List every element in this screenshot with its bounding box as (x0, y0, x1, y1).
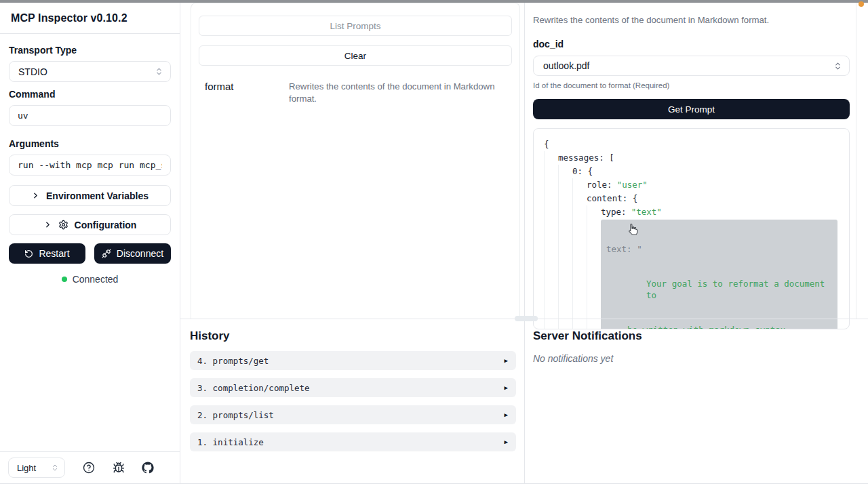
history-item-label: 4. prompts/get (197, 356, 269, 366)
prompt-name: format (205, 81, 289, 92)
command-label: Command (9, 89, 171, 100)
json-line: text: " Your goal is to reformat a docum… (544, 219, 838, 329)
app-title: MCP Inspector v0.10.2 (11, 12, 127, 24)
sidebar: MCP Inspector v0.10.2 Transport Type STD… (0, 3, 180, 483)
connection-status: Connected (9, 274, 171, 285)
prompts-pane: List Prompts Clear format Rewrites the c… (191, 3, 520, 319)
top-loading-bar (0, 0, 868, 3)
transport-type-label: Transport Type (9, 45, 171, 56)
history-item[interactable]: 3. completion/complete ▶ (190, 378, 516, 397)
gear-icon (58, 220, 68, 230)
command-input[interactable] (9, 105, 171, 126)
history-item[interactable]: 4. prompts/get ▶ (190, 351, 516, 370)
transport-type-select[interactable]: STDIO (9, 61, 171, 82)
expand-triangle-icon: ▶ (505, 357, 508, 364)
history-panel: History 4. prompts/get ▶ 3. completion/c… (190, 319, 516, 451)
sidebar-footer: Light (0, 451, 180, 483)
help-icon[interactable] (83, 462, 95, 474)
json-response-viewer: { messages: [ 0: { role:"user" content: … (533, 128, 850, 329)
no-notifications-message: No notifications yet (533, 353, 850, 364)
arguments-label: Arguments (9, 138, 171, 149)
history-item[interactable]: 2. prompts/list ▶ (190, 405, 516, 424)
configuration-label: Configuration (75, 220, 137, 230)
chevron-right-icon (31, 191, 40, 200)
clear-button[interactable]: Clear (199, 45, 512, 66)
prompt-list-item-format[interactable]: format Rewrites the contents of the docu… (191, 74, 519, 112)
restart-button[interactable]: Restart (9, 243, 85, 264)
prompt-description: Rewrites the contents of the document in… (289, 81, 506, 105)
arguments-input[interactable] (9, 155, 171, 176)
doc-id-value: outlook.pdf (543, 60, 590, 71)
disconnect-button[interactable]: Disconnect (94, 243, 171, 264)
json-line: role:"user" (544, 178, 838, 192)
json-text-line: Your goal is to reformat a document to (606, 278, 832, 301)
chevrons-up-down-icon (51, 464, 59, 472)
history-title: History (190, 329, 516, 343)
history-item-label: 1. initialize (197, 437, 264, 447)
vertical-pane-divider (524, 3, 525, 483)
mcp-inspector-app: MCP Inspector v0.10.2 Transport Type STD… (0, 0, 868, 488)
disconnect-label: Disconnect (117, 248, 163, 259)
footer-icons (65, 462, 172, 474)
bug-icon[interactable] (113, 462, 125, 474)
restart-label: Restart (39, 248, 69, 259)
connection-buttons: Restart Disconnect (9, 243, 171, 264)
history-item-label: 2. prompts/list (197, 410, 274, 420)
restart-icon (24, 249, 33, 258)
beacon-dot (859, 1, 864, 7)
history-item[interactable]: 1. initialize ▶ (190, 432, 516, 451)
scrollbar-track[interactable] (856, 3, 856, 319)
chevrons-up-down-icon (155, 67, 163, 76)
expand-triangle-icon: ▶ (505, 384, 508, 391)
configuration-expander[interactable]: Configuration (9, 214, 171, 235)
chevrons-up-down-icon (833, 62, 842, 70)
json-line: { (544, 138, 838, 151)
doc-id-select[interactable]: outlook.pdf (533, 56, 850, 76)
github-icon[interactable] (142, 462, 154, 474)
json-text-key: text: " (606, 243, 832, 255)
json-line: type:"text" (544, 205, 838, 219)
sidebar-body: Transport Type STDIO Command Arguments E… (0, 34, 180, 285)
prompt-detail-pane: Rewrites the contents of the document in… (533, 3, 850, 329)
app-bottom-border (0, 483, 868, 484)
doc-id-label: doc_id (533, 39, 850, 49)
server-notifications-title: Server Notifications (533, 329, 850, 343)
environment-variables-expander[interactable]: Environment Variables (9, 185, 171, 206)
json-text-value-highlighted[interactable]: text: " Your goal is to reformat a docum… (601, 220, 837, 329)
split-drag-handle[interactable] (515, 316, 538, 321)
theme-select[interactable]: Light (8, 458, 65, 478)
list-prompts-button[interactable]: List Prompts (199, 16, 512, 36)
json-line: content: { (544, 192, 838, 205)
server-notifications-panel: Server Notifications No notifications ye… (533, 319, 850, 364)
connection-status-label: Connected (73, 274, 119, 285)
expand-triangle-icon: ▶ (505, 411, 508, 418)
theme-value: Light (17, 463, 36, 473)
connected-dot-icon (62, 277, 67, 282)
chevron-right-icon (43, 220, 52, 229)
json-line: messages: [ (544, 151, 838, 165)
prompt-detail-description: Rewrites the contents of the document in… (533, 15, 850, 25)
sidebar-header: MCP Inspector v0.10.2 (0, 3, 180, 34)
unplug-icon (102, 249, 111, 258)
json-line: 0: { (544, 165, 838, 178)
history-item-label: 3. completion/complete (197, 383, 310, 393)
get-prompt-button[interactable]: Get Prompt (533, 99, 850, 119)
transport-type-value: STDIO (18, 66, 47, 77)
expand-triangle-icon: ▶ (505, 439, 508, 445)
environment-variables-label: Environment Variables (46, 190, 149, 201)
doc-id-help-text: Id of the document to format (Required) (533, 81, 850, 89)
